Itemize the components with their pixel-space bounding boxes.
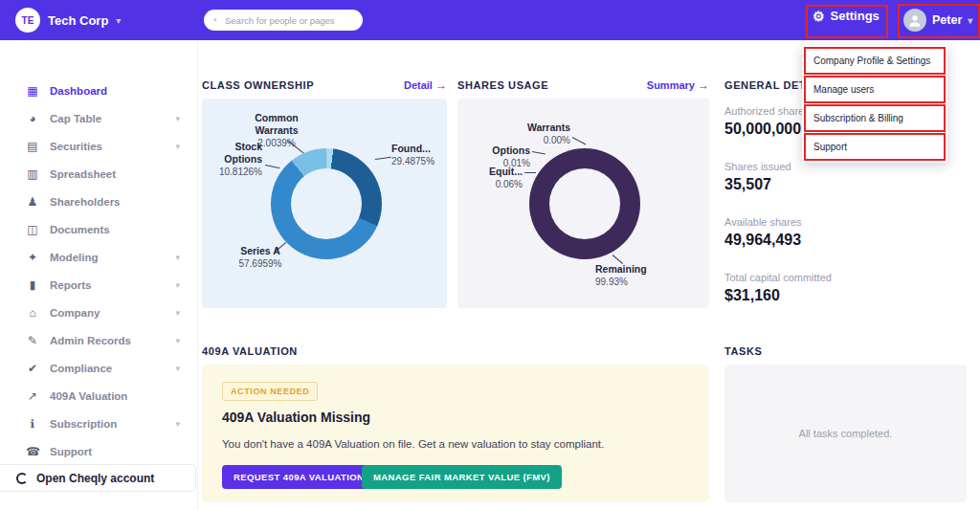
sidebar-item-label: Admin Records: [50, 335, 131, 346]
chevron-down-icon: ▾: [175, 336, 180, 345]
sidebar-item-label: Cap Table: [50, 113, 101, 124]
sidebar-item-reports[interactable]: ▮ Reports ▾: [0, 271, 197, 299]
request-409a-valuation-button[interactable]: REQUEST 409A VALUATION: [222, 465, 375, 489]
sidebar-item-subscription[interactable]: ℹ Subscription ▾: [0, 410, 197, 437]
chevron-down-icon: ▾: [175, 308, 180, 318]
search-input[interactable]: [223, 14, 353, 27]
tasks-section-title: TASKS: [724, 345, 762, 357]
tasks-empty-text: All tasks completed.: [799, 428, 893, 439]
valuation-icon: ↗: [26, 389, 39, 403]
shares-usage-summary-link[interactable]: Summary →: [620, 78, 709, 92]
sidebar-item-label: 409A Valuation: [50, 390, 127, 402]
company-icon: ⌂: [26, 306, 39, 320]
chevron-down-icon: ▾: [175, 142, 180, 151]
donut-label-series-a: Series A 57.6959%: [233, 245, 288, 270]
stat-available-shares: Available shares 49,964,493: [724, 216, 916, 249]
menu-item-support[interactable]: Support: [804, 133, 946, 161]
donut-hole: [549, 168, 620, 239]
sidebar-item-label: Spreadsheet: [50, 168, 116, 180]
sidebar-item-label: Company: [50, 307, 100, 319]
donut-hole: [291, 168, 362, 239]
action-needed-badge: ACTION NEEDED: [222, 382, 318, 401]
chevron-down-icon: ▾: [968, 15, 972, 26]
search-icon: [213, 15, 217, 25]
settings-label: Settings: [831, 9, 880, 23]
shares-usage-donut-chart: [529, 148, 640, 259]
sidebar-item-label: Securities: [50, 141, 102, 152]
support-icon: ☎: [26, 445, 39, 458]
chevron-down-icon: ▾: [175, 114, 180, 123]
menu-item-manage-users[interactable]: Manage users: [804, 76, 946, 103]
sidebar-item-compliance[interactable]: ✔ Compliance ▾: [0, 354, 197, 382]
company-name: Tech Corp: [48, 13, 108, 28]
menu-item-company-profile-settings[interactable]: Company Profile & Settings: [804, 47, 946, 75]
person-icon: [907, 12, 923, 28]
class-ownership-title: CLASS OWNERSHIP: [202, 79, 314, 91]
sidebar: ▦ Dashboard ◕ Cap Table ▾ ▤ Securities ▾…: [0, 40, 198, 510]
donut-label-warrants: Warrants 0.00%: [498, 122, 570, 146]
valuation-missing-body: You don't have a 409A Valuation on file.…: [222, 438, 604, 450]
tasks-panel: All tasks completed.: [724, 365, 967, 502]
admin-records-icon: ✎: [26, 334, 39, 347]
settings-dropdown: Company Profile & Settings Manage users …: [802, 45, 947, 163]
class-ownership-detail-link[interactable]: Detail →: [364, 78, 447, 92]
sidebar-item-label: Subscription: [50, 418, 117, 430]
sidebar-item-label: Compliance: [50, 363, 112, 374]
chevron-down-icon: ▾: [116, 15, 121, 26]
modeling-icon: ✦: [26, 251, 39, 264]
dashboard-icon: ▦: [26, 84, 39, 98]
sidebar-item-label: Support: [50, 446, 92, 457]
donut-label-stock-options: Stock Options 10.8126%: [201, 141, 262, 178]
stat-total-capital-committed: Total capital committed $31,160: [724, 272, 916, 304]
cap-table-icon: ◕: [26, 112, 39, 125]
sidebar-item-label: Dashboard: [50, 85, 107, 97]
sidebar-item-support[interactable]: ☎ Support: [0, 437, 197, 465]
detail-link-label: Detail: [404, 79, 433, 91]
open-cheqly-account-label: Open Cheqly account: [36, 472, 154, 485]
chevron-down-icon: ▾: [175, 419, 180, 429]
sidebar-item-label: Shareholders: [50, 196, 121, 208]
stat-shares-issued: Shares issued 35,507: [724, 161, 916, 193]
class-ownership-donut-chart: [271, 148, 382, 259]
company-switcher[interactable]: TE Tech Corp ▾: [15, 8, 121, 33]
sidebar-item-409a-valuation[interactable]: ↗ 409A Valuation: [0, 382, 197, 410]
topbar: TE Tech Corp ▾ ⚙ Settings Peter ▾: [0, 0, 980, 40]
chevron-down-icon: ▾: [175, 280, 180, 290]
shares-usage-title: SHARES USAGE: [457, 79, 548, 91]
app-root: TE Tech Corp ▾ ⚙ Settings Peter ▾: [0, 0, 980, 510]
documents-icon: ◫: [26, 223, 39, 236]
sidebar-item-shareholders[interactable]: ♟ Shareholders: [0, 188, 197, 215]
securities-icon: ▤: [26, 140, 39, 153]
valuation-section-title: 409A VALUATION: [202, 345, 298, 357]
sidebar-item-modeling[interactable]: ✦ Modeling ▾: [0, 243, 197, 271]
subscription-icon: ℹ: [26, 417, 39, 431]
cheqly-logo-icon: [16, 473, 28, 484]
sidebar-item-label: Reports: [50, 279, 91, 291]
settings-button[interactable]: ⚙ Settings: [813, 9, 880, 23]
summary-link-label: Summary: [647, 79, 695, 91]
sidebar-item-company[interactable]: ⌂ Company ▾: [0, 299, 197, 326]
shareholders-icon: ♟: [26, 195, 39, 209]
donut-label-equity: Equit... 0.06%: [465, 166, 523, 190]
sidebar-item-label: Modeling: [50, 252, 98, 263]
sidebar-item-dashboard[interactable]: ▦ Dashboard: [0, 77, 197, 104]
arrow-right-icon: →: [698, 78, 709, 92]
user-avatar: [903, 9, 926, 32]
compliance-icon: ✔: [26, 362, 39, 375]
spreadsheet-icon: ▥: [26, 167, 39, 181]
reports-icon: ▮: [26, 278, 39, 292]
arrow-right-icon: →: [435, 78, 447, 92]
sidebar-item-cap-table[interactable]: ◕ Cap Table ▾: [0, 104, 197, 132]
sidebar-item-admin-records[interactable]: ✎ Admin Records ▾: [0, 326, 197, 354]
open-cheqly-account-button[interactable]: Open Cheqly account: [0, 464, 196, 492]
sidebar-item-spreadsheet[interactable]: ▥ Spreadsheet: [0, 160, 197, 188]
global-search[interactable]: [204, 10, 363, 31]
valuation-missing-title: 409A Valuation Missing: [222, 410, 370, 425]
menu-item-subscription-billing[interactable]: Subscription & Billing: [804, 104, 946, 132]
sidebar-item-documents[interactable]: ◫ Documents: [0, 215, 197, 243]
sidebar-item-securities[interactable]: ▤ Securities ▾: [0, 132, 197, 160]
company-avatar: TE: [15, 8, 40, 33]
manage-fmv-button[interactable]: MANAGE FAIR MARKET VALUE (FMV): [362, 465, 562, 489]
user-name: Peter: [932, 13, 962, 27]
user-menu[interactable]: Peter ▾: [903, 9, 972, 32]
